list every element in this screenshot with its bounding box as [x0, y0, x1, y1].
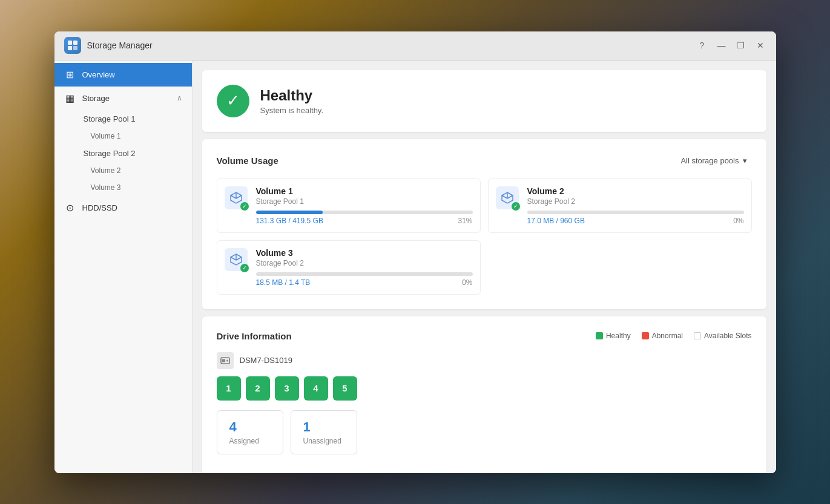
- health-status-title: Healthy: [260, 87, 324, 104]
- unassigned-count: 1: [303, 419, 344, 435]
- legend-available-slots-label: Available Slots: [704, 332, 752, 340]
- hdd-icon: ⊙: [64, 202, 76, 214]
- volume-usage-header: Volume Usage All storage pools ▾: [217, 154, 752, 168]
- sidebar-item-overview[interactable]: ⊞ Overview: [54, 63, 192, 87]
- app-icon: [64, 37, 81, 54]
- volume-1-icon: ✓: [225, 186, 248, 209]
- volume-2-pool: Storage Pool 2: [527, 197, 744, 206]
- volume-1-details: Volume 1 Storage Pool 1 131.3 GB / 419.5…: [256, 186, 473, 225]
- volume-usage-title: Volume Usage: [217, 155, 278, 166]
- volume-2-pct: 0%: [733, 217, 743, 225]
- volume-item-2: ✓ Volume 2 Storage Pool 2 17.0 MB / 960 …: [488, 178, 752, 233]
- volume-1-pct: 31%: [458, 217, 472, 225]
- drive-info-title: Drive Information: [217, 331, 292, 341]
- drive-stats: 4 Assigned 1 Unassigned: [217, 410, 752, 454]
- window-title: Storage Manager: [87, 41, 696, 50]
- drive-information-card: Drive Information Healthy Abnormal Av: [202, 316, 766, 473]
- volume-grid: ✓ Volume 1 Storage Pool 1 131.3 GB / 419…: [217, 178, 752, 295]
- device-name: DSM7-DS1019: [240, 356, 292, 365]
- legend-available-slots: Available Slots: [694, 332, 752, 340]
- sidebar-item-storage-pool-1[interactable]: Storage Pool 1: [54, 110, 192, 128]
- health-card: ✓ Healthy System is healthy.: [202, 70, 766, 132]
- volume-2-icon: ✓: [496, 186, 519, 209]
- svg-rect-2: [68, 46, 72, 50]
- sidebar-storage-label: Storage: [82, 94, 110, 103]
- svg-rect-3: [73, 46, 77, 50]
- sidebar-item-volume-3[interactable]: Volume 3: [54, 179, 192, 196]
- sidebar-overview-label: Overview: [82, 70, 115, 79]
- minimize-button[interactable]: —: [716, 39, 728, 51]
- volume-2-details: Volume 2 Storage Pool 2 17.0 MB / 960 GB…: [527, 186, 744, 225]
- healthy-dot: [596, 332, 603, 339]
- volume-3-bar: [256, 272, 473, 276]
- close-button[interactable]: ✕: [754, 39, 766, 51]
- volume-3-badge: ✓: [240, 264, 249, 272]
- volume-1-bar: [256, 211, 473, 214]
- volume-1-name: Volume 1: [256, 186, 473, 196]
- volume-3-label: Volume 3: [91, 183, 121, 192]
- hdd-ssd-label: HDD/SSD: [82, 203, 118, 212]
- volume-2-used: 17.0 MB / 960 GB: [527, 217, 585, 225]
- assigned-count: 4: [229, 419, 271, 435]
- volume-3-stats: 18.5 MB / 1.4 TB 0%: [256, 278, 473, 287]
- all-storage-pools-dropdown[interactable]: All storage pools ▾: [676, 154, 751, 168]
- volume-item-1: ✓ Volume 1 Storage Pool 1 131.3 GB / 419…: [217, 178, 481, 233]
- drive-slot-4[interactable]: 4: [304, 376, 328, 401]
- volume-2-bar: [527, 211, 744, 214]
- assigned-label: Assigned: [229, 437, 271, 445]
- device-icon: [217, 352, 234, 369]
- drive-slot-2[interactable]: 2: [246, 376, 270, 401]
- window-body: ⊞ Overview ▦ Storage ∧ Storage Pool 1 Vo…: [54, 61, 776, 473]
- legend-healthy-label: Healthy: [606, 332, 631, 340]
- device-header: DSM7-DS1019: [217, 352, 752, 369]
- abnormal-dot: [642, 332, 649, 339]
- volume-1-badge: ✓: [240, 202, 249, 211]
- volume-usage-card: Volume Usage All storage pools ▾: [202, 139, 766, 309]
- volume-1-used: 131.3 GB / 419.5 GB: [256, 217, 323, 225]
- available-slots-dot: [694, 332, 701, 339]
- svg-point-6: [226, 359, 228, 361]
- drive-slot-1[interactable]: 1: [217, 376, 241, 401]
- volume-1-bar-fill: [256, 211, 323, 214]
- device-section: DSM7-DS1019 1 2 3 4 5 4 Assigned: [217, 352, 752, 454]
- drive-slot-5[interactable]: 5: [333, 376, 357, 401]
- volume-3-pct: 0%: [462, 278, 472, 287]
- help-button[interactable]: ?: [696, 39, 708, 51]
- legend: Healthy Abnormal Available Slots: [596, 332, 752, 340]
- window-controls: ? — ❐ ✕: [696, 39, 766, 51]
- volume-2-label: Volume 2: [91, 166, 121, 175]
- drive-slot-3[interactable]: 3: [275, 376, 299, 401]
- volume-1-label: Volume 1: [91, 132, 121, 140]
- volume-2-name: Volume 2: [527, 186, 744, 196]
- checkmark-icon: ✓: [226, 91, 240, 110]
- sidebar-item-volume-2[interactable]: Volume 2: [54, 162, 192, 179]
- sidebar-item-hdd-ssd[interactable]: ⊙ HDD/SSD: [54, 196, 192, 220]
- volume-2-stats: 17.0 MB / 960 GB 0%: [527, 217, 744, 225]
- svg-rect-1: [73, 41, 77, 45]
- titlebar: Storage Manager ? — ❐ ✕: [54, 31, 776, 61]
- volume-3-name: Volume 3: [256, 248, 473, 258]
- volume-3-details: Volume 3 Storage Pool 2 18.5 MB / 1.4 TB…: [256, 248, 473, 287]
- legend-healthy: Healthy: [596, 332, 631, 340]
- storage-pool-1-label: Storage Pool 1: [84, 114, 136, 123]
- volume-2-badge: ✓: [512, 202, 520, 211]
- legend-abnormal: Abnormal: [642, 332, 683, 340]
- main-content: ✓ Healthy System is healthy. Volume Usag…: [193, 61, 776, 473]
- sidebar-item-volume-1[interactable]: Volume 1: [54, 128, 192, 145]
- storage-icon: ▦: [64, 93, 76, 104]
- chevron-up-icon: ∧: [177, 94, 182, 102]
- volume-3-icon: ✓: [225, 248, 248, 271]
- sidebar: ⊞ Overview ▦ Storage ∧ Storage Pool 1 Vo…: [54, 61, 193, 473]
- unassigned-stat: 1 Unassigned: [291, 410, 357, 454]
- volume-3-used: 18.5 MB / 1.4 TB: [256, 278, 311, 287]
- drive-info-header: Drive Information Healthy Abnormal Av: [217, 331, 752, 341]
- restore-button[interactable]: ❐: [735, 39, 747, 51]
- assigned-stat: 4 Assigned: [217, 410, 283, 454]
- drive-slots: 1 2 3 4 5: [217, 376, 752, 401]
- sidebar-item-storage-pool-2[interactable]: Storage Pool 2: [54, 145, 192, 162]
- health-text: Healthy System is healthy.: [260, 87, 324, 115]
- main-window: Storage Manager ? — ❐ ✕ ⊞ Overview ▦ Sto…: [54, 31, 776, 473]
- sidebar-item-storage[interactable]: ▦ Storage ∧: [54, 87, 192, 110]
- health-section: ✓ Healthy System is healthy.: [217, 85, 752, 117]
- unassigned-label: Unassigned: [303, 437, 344, 445]
